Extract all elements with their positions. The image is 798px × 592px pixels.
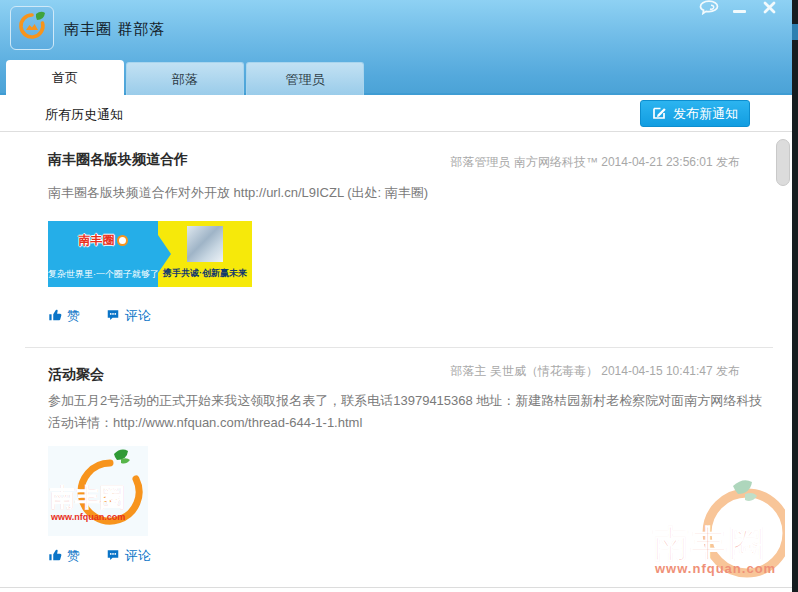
comment-label: 评论 bbox=[125, 547, 151, 565]
comment-button[interactable]: 评论 bbox=[106, 547, 151, 565]
app-surface: 南丰圈 群部落 bbox=[0, 0, 792, 592]
banner-left-panel: 南丰圈 复杂世界里·一个圈子就够了 bbox=[48, 221, 158, 287]
banner-right-panel: 携手共诚·创新赢未来 bbox=[158, 221, 252, 287]
toolbar: 所有历史通知 发布新通知 bbox=[0, 95, 792, 132]
scrollbar-thumb[interactable] bbox=[776, 139, 790, 186]
banner-left-tagline: 复杂世界里·一个圈子就够了 bbox=[48, 268, 158, 281]
comment-bubble-icon bbox=[106, 308, 120, 325]
minimize-button[interactable] bbox=[724, 0, 754, 18]
comment-bubble-icon bbox=[106, 548, 120, 565]
background-window-accent bbox=[792, 24, 798, 40]
app-window: 南丰圈 群部落 bbox=[0, 0, 798, 592]
bottom-border bbox=[0, 587, 792, 588]
banner-right-tagline: 携手共诚·创新赢未来 bbox=[158, 267, 252, 280]
watermark-brand-text: 南丰圈 bbox=[652, 523, 767, 564]
post-meta: 部落管理员 南方网络科技™ 2014-04-21 23:56:01 发布 bbox=[451, 154, 740, 171]
window-title: 南丰圈 群部落 bbox=[64, 20, 165, 39]
post-meta: 部落主 吴世威（情花毒毒） 2014-04-15 10:41:47 发布 bbox=[451, 363, 740, 380]
post-actions: 赞 评论 bbox=[48, 307, 151, 325]
publish-notice-button[interactable]: 发布新通知 bbox=[640, 100, 750, 127]
post-actions: 赞 评论 bbox=[48, 547, 151, 565]
pencil-square-icon bbox=[652, 105, 667, 123]
post-content: 南丰圈各版块频道合作对外开放 http://url.cn/L9ICZL (出处:… bbox=[48, 184, 428, 202]
tab-home[interactable]: 首页 bbox=[6, 60, 124, 95]
close-button[interactable] bbox=[754, 0, 784, 18]
window-controls bbox=[694, 0, 784, 18]
titlebar: 南丰圈 群部落 bbox=[0, 0, 792, 95]
like-button[interactable]: 赞 bbox=[48, 547, 80, 565]
like-label: 赞 bbox=[67, 307, 80, 325]
banner-brand: 南丰圈 bbox=[48, 232, 158, 249]
post-divider bbox=[25, 347, 773, 348]
orange-ring-icon bbox=[117, 235, 128, 246]
speech-bubble-icon bbox=[699, 0, 719, 19]
site-watermark: 南丰圈 www.nfquan.com bbox=[633, 474, 785, 586]
post-image-logo[interactable]: 南丰圈 www.nfquan.com bbox=[48, 446, 148, 536]
history-notices-label: 所有历史通知 bbox=[45, 106, 123, 124]
orange-ring-leaf-icon bbox=[16, 10, 48, 46]
tab-admin[interactable]: 管理员 bbox=[246, 62, 364, 95]
tab-tribe[interactable]: 部落 bbox=[126, 62, 244, 95]
logo-brand-text: 南丰圈 bbox=[49, 483, 125, 511]
banner-arrow-shape bbox=[158, 235, 171, 273]
publish-notice-label: 发布新通知 bbox=[673, 105, 738, 123]
post-content-line1: 参加五月2号活动的正式开始来我这领取报名表了，联系电话13979415368 地… bbox=[48, 392, 762, 410]
post-title: 活动聚会 bbox=[48, 366, 104, 384]
feedback-button[interactable] bbox=[694, 0, 724, 18]
thumbs-up-icon bbox=[48, 308, 62, 325]
comment-label: 评论 bbox=[125, 307, 151, 325]
like-label: 赞 bbox=[67, 547, 80, 565]
post-content-line2: 活动详情：http://www.nfquan.com/thread-644-1-… bbox=[48, 414, 362, 432]
like-button[interactable]: 赞 bbox=[48, 307, 80, 325]
post-image-banner[interactable]: 南丰圈 复杂世界里·一个圈子就够了 携手共诚·创新赢未来 bbox=[48, 221, 252, 287]
close-icon bbox=[763, 0, 776, 18]
thumbs-up-icon bbox=[48, 548, 62, 565]
comment-button[interactable]: 评论 bbox=[106, 307, 151, 325]
watermark-url-text: www.nfquan.com bbox=[654, 561, 776, 576]
app-logo-button[interactable] bbox=[10, 6, 54, 50]
background-window-edge bbox=[792, 0, 798, 592]
minimize-icon bbox=[733, 10, 746, 13]
fist-bump-photo bbox=[187, 226, 223, 262]
post-title: 南丰圈各版块频道合作 bbox=[48, 151, 188, 169]
logo-url-text: www.nfquan.com bbox=[50, 512, 125, 522]
